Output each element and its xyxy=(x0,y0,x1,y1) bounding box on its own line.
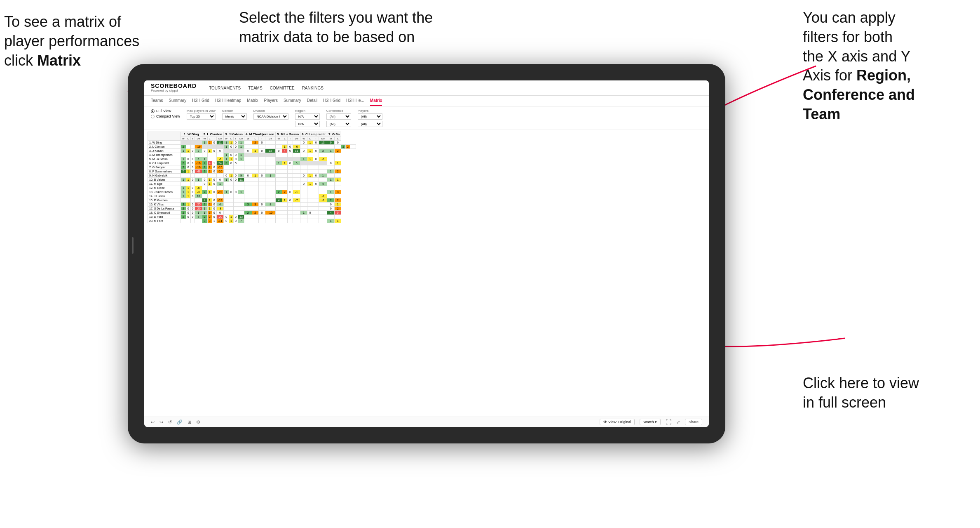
matrix-cell xyxy=(229,207,233,211)
col-group-2: 2. L Clanton xyxy=(202,132,224,137)
region-x-select[interactable]: N/A xyxy=(295,113,320,120)
matrix-cell: 1 xyxy=(186,186,190,190)
matrix-cell: 0 xyxy=(233,215,238,219)
tab-h2h-heatmap[interactable]: H2H Heatmap xyxy=(215,96,241,106)
tab-summary2[interactable]: Summary xyxy=(284,96,301,106)
matrix-cell xyxy=(276,153,282,157)
tab-summary[interactable]: Summary xyxy=(169,96,186,106)
matrix-cell xyxy=(319,190,327,194)
compact-view-option[interactable]: Compact View xyxy=(151,114,180,118)
tab-h2h-grid[interactable]: H2H Grid xyxy=(192,96,209,106)
matrix-cell: 0 xyxy=(212,207,216,211)
matrix-cell xyxy=(265,157,275,161)
matrix-cell xyxy=(190,219,195,223)
view-icon: 👁 xyxy=(603,420,607,424)
matrix-cell xyxy=(186,182,190,186)
players-x-select[interactable]: (All) xyxy=(358,113,382,120)
player-name-cell: 8. P Summerhays xyxy=(148,170,181,174)
matrix-cell: 0 xyxy=(216,149,224,153)
matrix-cell xyxy=(233,207,238,211)
nav-items: TOURNAMENTS TEAMS COMMITTEE RANKINGS xyxy=(209,85,324,91)
matrix-cell xyxy=(229,186,233,190)
matrix-cell xyxy=(282,219,287,223)
matrix-cell: 1 xyxy=(307,182,313,186)
matrix-cell: 3 xyxy=(244,203,252,207)
matrix-cell xyxy=(313,145,319,149)
conference-y-select[interactable]: (All) xyxy=(326,121,351,127)
watch-button[interactable]: Watch ▾ xyxy=(640,419,661,425)
matrix-cell xyxy=(282,186,287,190)
nav-item-teams[interactable]: TEAMS xyxy=(248,85,262,91)
matrix-cell: 0 xyxy=(216,211,224,215)
table-row: 8. P Summerhays512-48220-1612 xyxy=(148,170,356,174)
matrix-cell: 1 xyxy=(181,186,186,190)
matrix-cell xyxy=(300,165,307,170)
matrix-cell: 0 xyxy=(224,215,229,219)
tab-detail[interactable]: Detail xyxy=(307,96,318,106)
matrix-cell xyxy=(207,153,212,157)
max-players-select[interactable]: Top 25 xyxy=(187,113,216,120)
matrix-cell xyxy=(335,153,341,157)
matrix-cell xyxy=(307,161,313,165)
matrix-cell xyxy=(252,157,258,161)
gender-select[interactable]: Men's xyxy=(222,113,247,120)
matrix-cell: 4 xyxy=(276,198,282,203)
tab-matrix-players[interactable]: Matrix xyxy=(247,96,258,106)
grid-icon[interactable]: ⊞ xyxy=(188,420,191,425)
nav-item-tournaments[interactable]: TOURNAMENTS xyxy=(209,85,241,91)
player-name-cell: 6. C Lamprecht xyxy=(148,161,181,165)
col-group-7: 7. G Sa xyxy=(327,132,341,137)
conference-x-select[interactable]: (All) xyxy=(326,113,351,120)
settings-icon[interactable]: ⚙ xyxy=(196,420,200,425)
matrix-cell: 2 xyxy=(276,190,282,194)
top-nav: SCOREBOARD Powered by clippd TOURNAMENTS… xyxy=(144,80,709,96)
undo-icon[interactable]: ↩ xyxy=(151,420,155,425)
matrix-cell: 1 xyxy=(224,145,229,149)
annotation-topcenter: Select the filters you want the matrix d… xyxy=(239,8,453,47)
refresh-icon[interactable]: ↺ xyxy=(168,420,172,425)
compact-view-radio[interactable] xyxy=(151,115,155,118)
matrix-cell: 0 xyxy=(258,203,265,207)
link-icon[interactable]: 🔗 xyxy=(177,420,183,425)
region-y-select[interactable]: N/A xyxy=(295,121,320,127)
matrix-cell: 4 xyxy=(202,198,207,203)
matrix-cell: 0 xyxy=(327,203,335,207)
nav-item-rankings[interactable]: RANKINGS xyxy=(302,85,324,91)
tab-h2h-he[interactable]: H2H He... xyxy=(346,96,364,106)
matrix-cell xyxy=(313,215,319,219)
matrix-cell xyxy=(258,170,265,174)
matrix-cell: 0 xyxy=(202,149,207,153)
matrix-cell: 1 xyxy=(216,182,224,186)
matrix-cell: 1 xyxy=(276,161,282,165)
fullscreen-icon[interactable]: ⛶ xyxy=(666,419,671,425)
expand-icon[interactable]: ⤢ xyxy=(676,420,680,425)
matrix-cell xyxy=(313,178,319,182)
full-view-option[interactable]: Full View xyxy=(151,109,180,113)
view-original-button[interactable]: 👁 View: Original xyxy=(600,419,635,425)
share-button[interactable]: Share xyxy=(685,419,702,425)
matrix-cell: 2 xyxy=(202,190,207,194)
matrix-cell: 2 xyxy=(335,198,341,203)
matrix-cell: 1 xyxy=(238,157,244,161)
division-select[interactable]: NCAA Division I xyxy=(253,113,288,120)
matrix-cell: 0 xyxy=(186,165,190,170)
matrix-cell: 3 xyxy=(207,219,212,223)
tab-matrix-active[interactable]: Matrix xyxy=(370,96,382,106)
nav-item-committee[interactable]: COMMITTEE xyxy=(270,85,295,91)
matrix-cell xyxy=(265,165,275,170)
tab-teams[interactable]: Teams xyxy=(151,96,163,106)
full-view-radio[interactable] xyxy=(151,109,155,113)
col-group-4: 4. M Thorbjornsen xyxy=(244,132,275,137)
matrix-cell xyxy=(186,174,190,178)
redo-icon[interactable]: ↪ xyxy=(159,420,163,425)
matrix-cell: 0 xyxy=(190,190,195,194)
table-row: 5. M La Sasso10051-61101110-6 xyxy=(148,157,356,161)
matrix-cell: 0 xyxy=(233,219,238,223)
players-y-select[interactable]: (All) xyxy=(358,121,382,127)
tab-h2h-grid2[interactable]: H2H Grid xyxy=(323,96,340,106)
matrix-cell xyxy=(335,157,341,161)
matrix-cell xyxy=(202,174,207,178)
matrix-cell: 0 xyxy=(327,161,335,165)
matrix-cell: 1 xyxy=(186,170,190,174)
tab-players[interactable]: Players xyxy=(264,96,278,106)
